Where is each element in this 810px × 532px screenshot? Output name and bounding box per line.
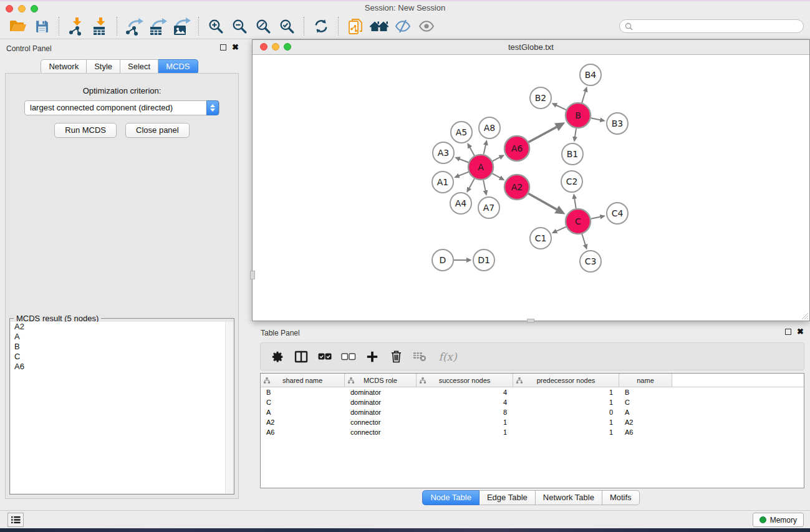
zoom-fit-icon[interactable] <box>251 15 275 37</box>
memory-button[interactable]: Memory <box>753 513 804 527</box>
tab-network-table[interactable]: Network Table <box>536 490 602 505</box>
graph-edge-A-A2[interactable] <box>492 173 500 178</box>
zoom-selected-icon[interactable] <box>275 15 299 37</box>
tab-edge-table[interactable]: Edge Table <box>480 490 536 505</box>
mcds-result-item[interactable]: A2 <box>11 322 233 332</box>
delete-table-icon[interactable] <box>408 345 432 369</box>
export-table-icon[interactable] <box>146 15 170 37</box>
graph-node-A2[interactable]: A2 <box>504 175 529 200</box>
graph-edge-A-A4[interactable] <box>469 178 475 188</box>
column-header-successor-nodes[interactable]: successor nodes <box>417 374 513 387</box>
float-panel-icon[interactable] <box>220 44 226 51</box>
table-cell[interactable]: A2 <box>261 417 345 427</box>
graph-node-B[interactable]: B <box>566 103 591 128</box>
graph-node-A8[interactable]: A8 <box>479 117 500 138</box>
search-input[interactable] <box>619 19 804 33</box>
mcds-result-item[interactable]: C <box>11 352 233 362</box>
graph-node-C3[interactable]: C3 <box>580 251 601 272</box>
graph-edge-A-A8[interactable] <box>484 145 486 155</box>
refresh-layout-icon[interactable] <box>309 15 333 37</box>
close-panel-button[interactable]: Close panel <box>125 123 190 138</box>
window-bottom-handle[interactable] <box>527 319 534 322</box>
graph-node-D1[interactable]: D1 <box>473 249 494 271</box>
network-canvas[interactable]: B4B2BB3B1C2A5A8A6A3AA1A2A4A7C4CC1C3DD1 <box>253 55 809 321</box>
graph-node-B1[interactable]: B1 <box>562 143 583 165</box>
table-cell[interactable]: A <box>619 407 672 417</box>
network-graph[interactable]: B4B2BB3B1C2A5A8A6A3AA1A2A4A7C4CC1C3DD1 <box>253 55 809 321</box>
table-row[interactable]: A2connector11A2 <box>261 417 804 427</box>
run-mcds-button[interactable]: Run MCDS <box>54 123 117 138</box>
clone-network-icon[interactable] <box>344 15 367 37</box>
table-cell[interactable]: connector <box>345 417 417 427</box>
graph-edge-A-A7[interactable] <box>483 180 486 191</box>
graph-edge-C-C2[interactable] <box>574 198 576 208</box>
table-cell[interactable]: C <box>619 397 672 407</box>
graph-node-C[interactable]: C <box>566 209 591 234</box>
function-builder-icon[interactable]: f(x) <box>432 345 464 369</box>
table-cell[interactable]: A6 <box>261 427 345 437</box>
table-cell[interactable]: B <box>261 387 345 397</box>
graph-edge-C-C3[interactable] <box>582 234 586 245</box>
table-cell[interactable]: 1 <box>513 397 619 407</box>
node-table[interactable]: shared nameMCDS rolesuccessor nodesprede… <box>260 373 804 488</box>
graph-node-A7[interactable]: A7 <box>478 197 499 218</box>
graph-node-B3[interactable]: B3 <box>607 113 628 134</box>
criterion-dropdown[interactable]: largest connected component (directed) <box>24 100 219 115</box>
session-home-icon[interactable] <box>367 15 391 37</box>
export-network-icon[interactable] <box>122 15 146 37</box>
graph-node-C1[interactable]: C1 <box>530 228 551 249</box>
graph-edge-A-A5[interactable] <box>470 147 475 156</box>
tab-style[interactable]: Style <box>87 59 120 74</box>
table-cell[interactable]: connector <box>345 427 417 437</box>
select-all-icon[interactable] <box>313 345 337 369</box>
table-row[interactable]: Adominator80A <box>261 407 804 417</box>
table-row[interactable]: Cdominator41C <box>261 397 804 407</box>
graph-node-A[interactable]: A <box>468 155 493 180</box>
graph-node-B2[interactable]: B2 <box>530 87 551 109</box>
window-side-handle[interactable] <box>250 271 255 279</box>
table-cell[interactable]: 1 <box>417 427 513 437</box>
network-window-titlebar[interactable]: testGlobe.txt <box>253 40 809 55</box>
table-row[interactable]: Bdominator41B <box>261 387 804 397</box>
tab-motifs[interactable]: Motifs <box>602 490 640 505</box>
search-field[interactable] <box>633 22 798 31</box>
show-column-icon[interactable] <box>289 345 313 369</box>
graph-node-A6[interactable]: A6 <box>504 136 529 161</box>
graph-node-A1[interactable]: A1 <box>432 172 453 193</box>
graph-edge-A-A3[interactable] <box>459 159 468 163</box>
open-folder-icon[interactable] <box>6 15 30 37</box>
table-cell[interactable]: 1 <box>417 417 513 427</box>
scrollbar[interactable] <box>225 322 233 493</box>
mcds-result-item[interactable]: A <box>11 332 233 342</box>
table-cell[interactable]: 4 <box>417 387 513 397</box>
graph-node-A5[interactable]: A5 <box>451 122 472 143</box>
table-cell[interactable]: A <box>261 407 345 417</box>
table-cell[interactable]: 1 <box>513 387 619 397</box>
zoom-out-icon[interactable] <box>228 15 251 37</box>
table-cell[interactable]: A6 <box>619 427 672 437</box>
save-session-icon[interactable] <box>30 15 54 37</box>
tab-select[interactable]: Select <box>120 59 158 74</box>
column-header-shared-name[interactable]: shared name <box>261 374 345 387</box>
graph-edge-A-A6[interactable] <box>493 157 501 161</box>
tab-network[interactable]: Network <box>41 59 87 74</box>
add-row-icon[interactable] <box>360 345 384 369</box>
table-cell[interactable]: C <box>261 397 345 407</box>
graph-edge-C-C4[interactable] <box>591 216 601 218</box>
table-cell[interactable]: dominator <box>345 387 417 397</box>
table-cell[interactable]: dominator <box>345 407 417 417</box>
hide-graphics-details-icon[interactable] <box>391 15 415 37</box>
import-table-icon[interactable] <box>88 15 112 37</box>
import-network-icon[interactable] <box>64 15 88 37</box>
tab-node-table[interactable]: Node Table <box>422 490 480 505</box>
table-cell[interactable]: B <box>619 387 672 397</box>
table-cell[interactable]: dominator <box>345 397 417 407</box>
close-panel-icon[interactable]: ✖ <box>797 329 804 335</box>
table-cell[interactable]: 8 <box>417 407 513 417</box>
table-cell[interactable]: A2 <box>619 417 672 427</box>
column-header-predecessor-nodes[interactable]: predecessor nodes <box>513 374 619 387</box>
close-panel-icon[interactable]: ✖ <box>232 44 239 51</box>
table-row[interactable]: A6connector11A6 <box>261 427 804 437</box>
graph-edge-C-C1[interactable] <box>556 227 566 231</box>
graph-edge-A2-C[interactable] <box>528 193 557 210</box>
